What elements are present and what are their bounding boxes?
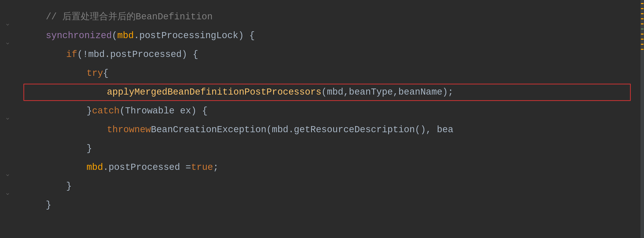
code-line-3: if (!mbd.postProcessed) {	[25, 45, 640, 64]
code-token-mbd: mbd	[87, 158, 103, 177]
code-line-4: try {	[25, 64, 640, 83]
code-token: // 后置处理合并后的BeanDefinition	[46, 8, 213, 26]
code-line-1: // 后置处理合并后的BeanDefinition	[25, 8, 640, 26]
scrollbar-mark-1	[641, 3, 643, 4]
code-token: ;	[213, 158, 219, 177]
code-line-7: throw new BeanCreationException(mbd.getR…	[25, 121, 640, 139]
code-token-catch: catch	[92, 102, 120, 121]
code-token: (	[321, 83, 327, 102]
scrollbar-mark-6	[641, 28, 643, 29]
code-token: BeanCreationException(mbd.getResourceDes…	[151, 121, 453, 139]
code-line-10: }	[25, 177, 640, 196]
code-token-new: new	[134, 121, 151, 139]
code-token: }	[87, 139, 92, 158]
fold-marker-5[interactable]	[4, 185, 11, 203]
code-token-method: applyMergedBeanDefinitionPostProcessors	[107, 83, 321, 102]
fold-marker-1[interactable]	[4, 15, 11, 34]
code-token-throw: throw	[107, 121, 134, 139]
code-editor: // 后置处理合并后的BeanDefinition synchronized (…	[15, 0, 640, 238]
fold-spacer-3	[4, 91, 11, 109]
code-token: ,	[343, 83, 349, 102]
code-line-9: mbd .postProcessed = true ;	[25, 158, 640, 177]
scrollbar-mark-8	[641, 39, 643, 40]
code-token: }	[66, 177, 72, 196]
scrollbar-mark-5	[641, 23, 643, 24]
code-token: (!mbd.postProcessed) {	[77, 45, 198, 64]
scrollbar-mark-10	[641, 49, 643, 50]
code-token-true: true	[191, 158, 213, 177]
scrollbar-mark-9	[641, 44, 643, 45]
code-token: }	[46, 196, 51, 215]
scrollbar[interactable]	[640, 0, 644, 238]
code-line-5: applyMergedBeanDefinitionPostProcessors …	[25, 83, 640, 102]
code-token-synchronized: synchronized	[46, 26, 112, 45]
fold-marker-4[interactable]	[4, 166, 11, 185]
code-token: (Throwable ex) {	[120, 102, 208, 121]
fold-marker-2[interactable]	[4, 34, 11, 53]
code-token: mbd	[327, 83, 343, 102]
code-line-8: }	[25, 139, 640, 158]
scrollbar-mark-2	[641, 8, 643, 9]
code-token: }	[87, 102, 92, 121]
fold-marker-3[interactable]	[4, 109, 11, 128]
code-token: .postProcessingLock) {	[134, 26, 255, 45]
fold-spacer-1	[4, 53, 11, 72]
code-token: (	[112, 26, 117, 45]
fold-spacer-4	[4, 128, 11, 147]
code-token: .postProcessed =	[103, 158, 191, 177]
code-token: {	[103, 64, 109, 83]
code-token: beanType	[349, 83, 393, 102]
code-token-try: try	[87, 64, 103, 83]
fold-spacer-5	[4, 147, 11, 166]
code-line-6: } catch (Throwable ex) {	[25, 102, 640, 121]
scrollbar-mark-7	[641, 34, 643, 35]
left-gutter	[0, 0, 15, 238]
fold-spacer-2	[4, 72, 11, 91]
code-token-if: if	[66, 45, 77, 64]
code-token: ,	[393, 83, 398, 102]
code-line-11: }	[25, 196, 640, 215]
scrollbar-mark-3	[641, 13, 643, 14]
code-line-2: synchronized ( mbd .postProcessingLock) …	[25, 26, 640, 45]
scrollbar-mark-4	[641, 18, 643, 19]
code-token: mbd	[117, 26, 134, 45]
scrollbar-marks	[640, 0, 644, 53]
code-token: beanName);	[398, 83, 453, 102]
